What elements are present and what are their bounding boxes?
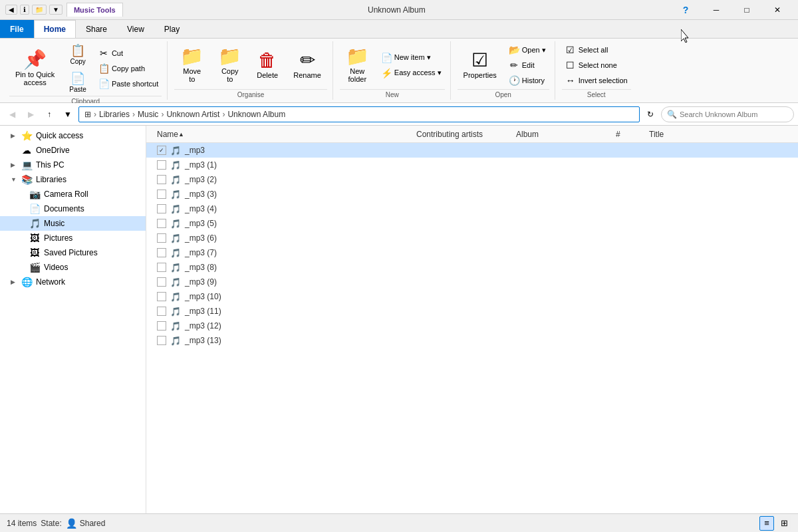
col-header-num[interactable]: # bbox=[610, 130, 644, 139]
recent-locations-btn[interactable]: ▼ bbox=[60, 106, 76, 122]
new-item-button[interactable]: 📄 New item ▾ bbox=[378, 51, 445, 65]
tab-file[interactable]: File bbox=[0, 20, 34, 38]
file-checkbox[interactable] bbox=[157, 263, 166, 272]
nav-up-btn[interactable]: ↑ bbox=[41, 106, 57, 122]
table-row[interactable]: 🎵 _mp3 (12) bbox=[146, 319, 798, 333]
qat-dropdown-btn[interactable]: ▼ bbox=[49, 5, 63, 15]
tab-home[interactable]: Home bbox=[34, 20, 76, 38]
tab-play[interactable]: Play bbox=[154, 20, 190, 38]
open-button[interactable]: 📂 Open ▾ bbox=[505, 43, 549, 57]
file-checkbox[interactable] bbox=[157, 307, 166, 316]
paste-button[interactable]: 📄 Paste bbox=[63, 69, 92, 96]
search-box[interactable]: 🔍 bbox=[661, 106, 794, 122]
copy-path-button[interactable]: 📋 Copy path bbox=[95, 61, 162, 76]
copy-to-button[interactable]: 📁 Copyto bbox=[212, 43, 247, 88]
file-checkbox[interactable] bbox=[157, 321, 166, 331]
edit-button[interactable]: ✏ Edit bbox=[505, 58, 549, 72]
sidebar-item-onedrive[interactable]: ☁ OneDrive bbox=[0, 143, 146, 158]
col-header-album[interactable]: Album bbox=[511, 130, 610, 139]
col-header-artists[interactable]: Contributing artists bbox=[411, 130, 511, 139]
search-input[interactable] bbox=[680, 110, 788, 118]
breadcrumb-music[interactable]: Music bbox=[138, 110, 158, 119]
sidebar-item-music[interactable]: 🎵 Music bbox=[0, 216, 146, 231]
pin-to-quick-access-button[interactable]: 📌 Pin to Quickaccess bbox=[9, 46, 61, 91]
sidebar-item-saved-pictures[interactable]: 🖼 Saved Pictures bbox=[0, 245, 146, 260]
col-header-title[interactable]: Title bbox=[644, 130, 793, 139]
breadcrumb-unknown-album[interactable]: Unknown Album bbox=[227, 110, 285, 119]
minimize-btn[interactable]: ─ bbox=[701, 0, 732, 20]
file-checkbox[interactable] bbox=[157, 160, 166, 170]
sidebar-item-this-pc[interactable]: ▶ 💻 This PC bbox=[0, 158, 146, 172]
tab-share[interactable]: Share bbox=[76, 20, 117, 38]
help-btn[interactable]: ? bbox=[670, 0, 701, 20]
sidebar-item-quick-access[interactable]: ▶ ⭐ Quick access bbox=[0, 128, 146, 143]
col-header-name[interactable]: Name ▲ bbox=[152, 130, 411, 139]
file-checkbox[interactable] bbox=[157, 277, 166, 287]
table-row[interactable]: 🎵 _mp3 (7) bbox=[146, 245, 798, 260]
sidebar-item-camera-roll[interactable]: 📷 Camera Roll bbox=[0, 187, 146, 201]
qat-back-btn[interactable]: ◀ bbox=[5, 5, 17, 15]
table-row[interactable]: 🎵 _mp3 (6) bbox=[146, 231, 798, 245]
sidebar-item-pictures[interactable]: 🖼 Pictures bbox=[0, 231, 146, 245]
file-checkbox[interactable] bbox=[157, 233, 166, 243]
file-checkbox[interactable] bbox=[157, 175, 166, 184]
large-icons-view-btn[interactable]: ⊞ bbox=[777, 516, 791, 531]
sidebar-item-documents[interactable]: 📄 Documents bbox=[0, 201, 146, 216]
music-tools-tab[interactable]: Music Tools bbox=[66, 3, 123, 17]
breadcrumb-libraries[interactable]: Libraries bbox=[99, 110, 130, 119]
move-to-button[interactable]: 📁 Moveto bbox=[174, 43, 209, 88]
table-row[interactable]: ✓ 🎵 _mp3 bbox=[146, 143, 798, 158]
sidebar-item-videos[interactable]: 🎬 Videos bbox=[0, 260, 146, 275]
close-btn[interactable]: ✕ bbox=[762, 0, 793, 20]
file-checkbox[interactable] bbox=[157, 219, 166, 228]
sidebar-label-quick-access: Quick access bbox=[36, 131, 83, 140]
select-none-button[interactable]: ☐ Select none bbox=[562, 58, 631, 72]
file-checkbox[interactable] bbox=[157, 190, 166, 199]
sidebar-label-libraries: Libraries bbox=[36, 175, 66, 184]
file-checkbox[interactable] bbox=[157, 292, 166, 301]
copy-button[interactable]: 📋 Copy bbox=[63, 41, 92, 68]
cut-button[interactable]: ✂ Cut bbox=[95, 46, 162, 61]
saved-pictures-icon: 🖼 bbox=[29, 247, 40, 258]
nav-forward-btn[interactable]: ▶ bbox=[23, 106, 39, 122]
file-checkbox[interactable] bbox=[157, 336, 166, 345]
address-path[interactable]: ⊞ › Libraries › Music › Unknown Artist ›… bbox=[78, 106, 640, 122]
details-view-btn[interactable]: ≡ bbox=[759, 516, 774, 531]
file-name: _mp3 (5) bbox=[185, 219, 217, 228]
paste-shortcut-button[interactable]: 📄 Paste shortcut bbox=[95, 76, 162, 91]
tab-view[interactable]: View bbox=[117, 20, 154, 38]
breadcrumb-unknown-artist[interactable]: Unknown Artist bbox=[166, 110, 219, 119]
file-checkbox[interactable] bbox=[157, 204, 166, 213]
breadcrumb-home[interactable]: ⊞ bbox=[84, 110, 91, 119]
file-checkbox[interactable]: ✓ bbox=[157, 146, 166, 155]
table-row[interactable]: 🎵 _mp3 (11) bbox=[146, 304, 798, 319]
sidebar-item-libraries[interactable]: ▼ 📚 Libraries bbox=[0, 172, 146, 187]
properties-button[interactable]: ☑ Properties bbox=[458, 43, 503, 88]
table-row[interactable]: 🎵 _mp3 (2) bbox=[146, 172, 798, 187]
delete-button[interactable]: 🗑 Delete bbox=[250, 43, 285, 88]
maximize-btn[interactable]: □ bbox=[732, 0, 762, 20]
table-row[interactable]: 🎵 _mp3 (9) bbox=[146, 275, 798, 289]
table-row[interactable]: 🎵 _mp3 (3) bbox=[146, 187, 798, 201]
file-checkbox[interactable] bbox=[157, 248, 166, 257]
table-row[interactable]: 🎵 _mp3 (4) bbox=[146, 201, 798, 216]
table-row[interactable]: 🎵 _mp3 (1) bbox=[146, 158, 798, 172]
new-folder-button[interactable]: 📁 Newfolder bbox=[340, 43, 375, 88]
qat-new-folder-btn[interactable]: 📁 bbox=[32, 5, 47, 15]
table-row[interactable]: 🎵 _mp3 (13) bbox=[146, 333, 798, 348]
rename-button[interactable]: ✏ Rename bbox=[287, 43, 327, 88]
sidebar-item-network[interactable]: ▶ 🌐 Network bbox=[0, 275, 146, 289]
search-icon: 🔍 bbox=[667, 110, 677, 119]
select-all-button[interactable]: ☑ Select all bbox=[562, 43, 631, 57]
network-icon: 🌐 bbox=[21, 277, 32, 287]
nav-back-btn[interactable]: ◀ bbox=[4, 106, 20, 122]
easy-access-button[interactable]: ⚡ Easy access ▾ bbox=[378, 66, 445, 80]
sidebar-label-onedrive: OneDrive bbox=[36, 146, 70, 155]
invert-selection-button[interactable]: ↔ Invert selection bbox=[562, 73, 631, 88]
table-row[interactable]: 🎵 _mp3 (5) bbox=[146, 216, 798, 231]
qat-properties-btn[interactable]: ℹ bbox=[20, 5, 29, 15]
refresh-btn[interactable]: ↻ bbox=[642, 106, 658, 122]
history-button[interactable]: 🕐 History bbox=[505, 73, 549, 88]
table-row[interactable]: 🎵 _mp3 (8) bbox=[146, 260, 798, 275]
table-row[interactable]: 🎵 _mp3 (10) bbox=[146, 289, 798, 304]
